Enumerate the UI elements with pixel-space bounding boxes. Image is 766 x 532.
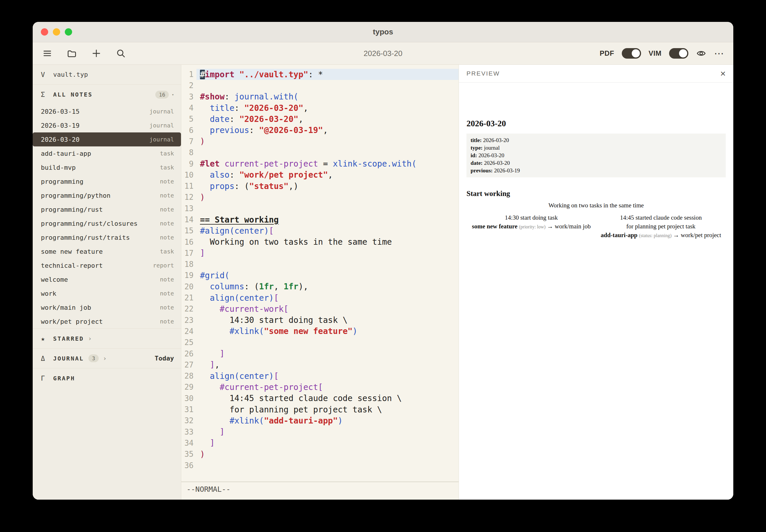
note-item-programming-rust-traits[interactable]: programming/rust/traitsnote — [33, 230, 181, 244]
note-item-technical-report[interactable]: technical-reportreport — [33, 258, 181, 272]
code-line-10[interactable]: 10 also: "work/pet project", — [181, 169, 459, 181]
code-line-20[interactable]: 20 columns: (1fr, 1fr), — [181, 281, 459, 292]
new-note-icon[interactable] — [91, 48, 101, 59]
code-line-19[interactable]: 19#grid( — [181, 270, 459, 281]
note-item-2026-03-20[interactable]: 2026-03-20journal — [33, 132, 181, 146]
code-line-21[interactable]: 21 align(center)[ — [181, 292, 459, 303]
note-item-programming[interactable]: programmingnote — [33, 174, 181, 188]
vim-toggle[interactable] — [669, 48, 688, 59]
note-type-label: note — [160, 290, 174, 297]
graph-header[interactable]: Γ GRAPH — [33, 368, 181, 388]
note-item-work-main-job[interactable]: work/main jobnote — [33, 300, 181, 314]
starred-label: STARRED — [53, 335, 84, 342]
line-number: 28 — [181, 372, 197, 380]
eye-icon[interactable] — [696, 48, 707, 59]
note-type-label: note — [160, 276, 174, 283]
code-text: title: "2026-03-20", — [197, 102, 459, 113]
more-options-icon[interactable]: ⋯ — [714, 48, 724, 58]
meta-row: date: 2026-03-20 — [470, 159, 722, 167]
code-line-11[interactable]: 11 props: ("status",) — [181, 181, 459, 192]
code-line-12[interactable]: 12) — [181, 192, 459, 203]
note-item-2026-03-19[interactable]: 2026-03-19journal — [33, 118, 181, 132]
code-area[interactable]: 1#import "../vault.typ": *23#show: journ… — [181, 65, 459, 482]
note-name: technical-report — [41, 262, 103, 269]
all-notes-icon: Σ — [41, 91, 53, 98]
note-item-programming-rust-closures[interactable]: programming/rust/closuresnote — [33, 216, 181, 230]
close-icon[interactable]: × — [720, 69, 726, 78]
code-line-1[interactable]: 1#import "../vault.typ": * — [181, 69, 459, 80]
vault-row[interactable]: V vault.typ — [33, 65, 181, 85]
code-text: #align(center)[ — [197, 225, 459, 236]
note-name: programming/rust/traits — [41, 234, 130, 241]
note-item-programming-rust[interactable]: programming/rustnote — [33, 202, 181, 216]
note-name: build-mvp — [41, 164, 76, 171]
note-item-work-pet-project[interactable]: work/pet projectnote — [33, 314, 181, 328]
code-line-22[interactable]: 22 #current-work[ — [181, 303, 459, 314]
note-name: work/main job — [41, 304, 91, 311]
code-line-5[interactable]: 5 date: "2026-03-20", — [181, 113, 459, 125]
code-line-28[interactable]: 28 align(center)[ — [181, 370, 459, 381]
starred-header[interactable]: ★ STARRED › — [33, 328, 181, 348]
note-item-add-tauri-app[interactable]: add-tauri-apptask — [33, 146, 181, 160]
code-text — [197, 147, 459, 158]
code-line-8[interactable]: 8 — [181, 147, 459, 158]
note-item-build-mvp[interactable]: build-mvptask — [33, 160, 181, 174]
code-line-31[interactable]: 31 for planning pet project task \ — [181, 404, 459, 415]
code-line-27[interactable]: 27 ], — [181, 359, 459, 370]
note-type-label: note — [160, 206, 174, 213]
note-item-welcome[interactable]: welcomenote — [33, 272, 181, 286]
journal-today-link[interactable]: Today — [155, 355, 174, 362]
starred-caret-icon: › — [88, 335, 92, 342]
note-name: add-tauri-app — [41, 150, 91, 157]
pdf-toggle-label: PDF — [600, 49, 614, 57]
all-notes-header[interactable]: Σ ALL NOTES 16 ▾ — [33, 85, 181, 104]
code-line-6[interactable]: 6 previous: "@2026-03-19", — [181, 125, 459, 136]
code-text: == Start working — [197, 214, 459, 225]
code-line-14[interactable]: 14== Start working — [181, 214, 459, 225]
all-notes-caret-icon: ▾ — [171, 92, 174, 97]
code-line-24[interactable]: 24 #xlink("some new feature") — [181, 326, 459, 337]
pdf-toggle[interactable] — [622, 48, 641, 59]
note-item-some-new-feature[interactable]: some new featuretask — [33, 244, 181, 258]
code-line-9[interactable]: 9#let current-pet-project = xlink-scope.… — [181, 158, 459, 169]
zoom-window-button[interactable] — [65, 28, 72, 36]
code-text: ] — [197, 437, 459, 449]
code-text: 14:30 start doing task \ — [197, 315, 459, 326]
code-line-2[interactable]: 2 — [181, 80, 459, 91]
code-line-3[interactable]: 3#show: journal.with( — [181, 91, 459, 102]
code-line-15[interactable]: 15#align(center)[ — [181, 225, 459, 236]
code-text: ] — [197, 348, 459, 359]
code-line-29[interactable]: 29 #current-pet-project[ — [181, 381, 459, 393]
code-line-36[interactable]: 36 — [181, 460, 459, 471]
note-item-work[interactable]: worknote — [33, 286, 181, 300]
journal-header[interactable]: Δ JOURNAL 3 › Today — [33, 348, 181, 368]
note-item-programming-python[interactable]: programming/pythonnote — [33, 188, 181, 202]
code-line-17[interactable]: 17] — [181, 248, 459, 259]
traffic-lights — [41, 28, 72, 36]
code-line-4[interactable]: 4 title: "2026-03-20", — [181, 102, 459, 113]
menu-icon[interactable] — [42, 48, 53, 59]
line-number: 27 — [181, 361, 197, 369]
code-line-13[interactable]: 13 — [181, 203, 459, 214]
code-line-33[interactable]: 33 ] — [181, 426, 459, 437]
code-line-32[interactable]: 32 #xlink("add-tauri-app") — [181, 415, 459, 426]
note-name: programming — [41, 178, 83, 185]
note-item-2026-03-15[interactable]: 2026-03-15journal — [33, 104, 181, 118]
code-line-25[interactable]: 25 — [181, 337, 459, 348]
line-number: 36 — [181, 461, 197, 470]
code-line-26[interactable]: 26 ] — [181, 348, 459, 359]
code-line-35[interactable]: 35) — [181, 449, 459, 460]
folder-icon[interactable] — [67, 48, 77, 59]
code-line-34[interactable]: 34 ] — [181, 437, 459, 449]
code-line-18[interactable]: 18 — [181, 259, 459, 270]
code-line-30[interactable]: 30 14:45 started claude code session \ — [181, 393, 459, 404]
code-line-23[interactable]: 23 14:30 start doing task \ — [181, 315, 459, 326]
code-line-7[interactable]: 7) — [181, 136, 459, 147]
note-type-label: journal — [149, 122, 174, 129]
code-line-16[interactable]: 16 Working on two tasks in the same time — [181, 236, 459, 247]
note-name: work/pet project — [41, 318, 103, 325]
close-window-button[interactable] — [41, 28, 48, 36]
search-icon[interactable] — [115, 48, 126, 59]
note-name: 2026-03-20 — [41, 136, 79, 143]
minimize-window-button[interactable] — [53, 28, 60, 36]
